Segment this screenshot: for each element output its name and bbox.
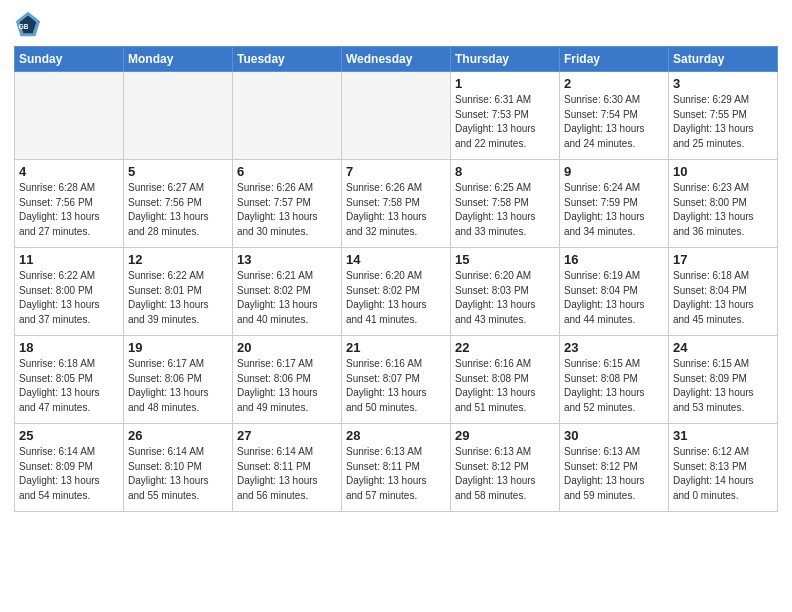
day-info: Sunrise: 6:20 AM Sunset: 8:02 PM Dayligh… [346,269,446,327]
day-info: Sunrise: 6:14 AM Sunset: 8:09 PM Dayligh… [19,445,119,503]
calendar-table: SundayMondayTuesdayWednesdayThursdayFrid… [14,46,778,512]
day-info: Sunrise: 6:24 AM Sunset: 7:59 PM Dayligh… [564,181,664,239]
day-number: 22 [455,340,555,355]
calendar-cell: 23Sunrise: 6:15 AM Sunset: 8:08 PM Dayli… [560,336,669,424]
calendar-cell: 7Sunrise: 6:26 AM Sunset: 7:58 PM Daylig… [342,160,451,248]
page: GB SundayMondayTuesdayWednesdayThursdayF… [0,0,792,612]
day-number: 10 [673,164,773,179]
weekday-header: Monday [124,47,233,72]
day-number: 25 [19,428,119,443]
day-info: Sunrise: 6:12 AM Sunset: 8:13 PM Dayligh… [673,445,773,503]
logo: GB [14,10,46,38]
calendar-cell [15,72,124,160]
day-number: 31 [673,428,773,443]
day-info: Sunrise: 6:19 AM Sunset: 8:04 PM Dayligh… [564,269,664,327]
day-number: 26 [128,428,228,443]
calendar-cell: 6Sunrise: 6:26 AM Sunset: 7:57 PM Daylig… [233,160,342,248]
day-info: Sunrise: 6:28 AM Sunset: 7:56 PM Dayligh… [19,181,119,239]
weekday-header: Saturday [669,47,778,72]
day-info: Sunrise: 6:23 AM Sunset: 8:00 PM Dayligh… [673,181,773,239]
calendar-cell: 11Sunrise: 6:22 AM Sunset: 8:00 PM Dayli… [15,248,124,336]
calendar-week-row: 25Sunrise: 6:14 AM Sunset: 8:09 PM Dayli… [15,424,778,512]
day-info: Sunrise: 6:20 AM Sunset: 8:03 PM Dayligh… [455,269,555,327]
day-info: Sunrise: 6:25 AM Sunset: 7:58 PM Dayligh… [455,181,555,239]
day-info: Sunrise: 6:13 AM Sunset: 8:12 PM Dayligh… [564,445,664,503]
calendar-cell: 24Sunrise: 6:15 AM Sunset: 8:09 PM Dayli… [669,336,778,424]
weekday-header: Thursday [451,47,560,72]
day-number: 2 [564,76,664,91]
calendar-cell: 26Sunrise: 6:14 AM Sunset: 8:10 PM Dayli… [124,424,233,512]
calendar-cell: 8Sunrise: 6:25 AM Sunset: 7:58 PM Daylig… [451,160,560,248]
day-number: 13 [237,252,337,267]
day-info: Sunrise: 6:14 AM Sunset: 8:10 PM Dayligh… [128,445,228,503]
calendar-week-row: 1Sunrise: 6:31 AM Sunset: 7:53 PM Daylig… [15,72,778,160]
day-number: 30 [564,428,664,443]
day-info: Sunrise: 6:14 AM Sunset: 8:11 PM Dayligh… [237,445,337,503]
day-info: Sunrise: 6:26 AM Sunset: 7:58 PM Dayligh… [346,181,446,239]
calendar-cell [342,72,451,160]
day-number: 20 [237,340,337,355]
calendar-cell: 10Sunrise: 6:23 AM Sunset: 8:00 PM Dayli… [669,160,778,248]
calendar-week-row: 18Sunrise: 6:18 AM Sunset: 8:05 PM Dayli… [15,336,778,424]
calendar-week-row: 11Sunrise: 6:22 AM Sunset: 8:00 PM Dayli… [15,248,778,336]
day-info: Sunrise: 6:18 AM Sunset: 8:04 PM Dayligh… [673,269,773,327]
calendar-cell: 25Sunrise: 6:14 AM Sunset: 8:09 PM Dayli… [15,424,124,512]
day-info: Sunrise: 6:13 AM Sunset: 8:11 PM Dayligh… [346,445,446,503]
calendar-cell: 9Sunrise: 6:24 AM Sunset: 7:59 PM Daylig… [560,160,669,248]
header: GB [14,10,778,38]
day-info: Sunrise: 6:26 AM Sunset: 7:57 PM Dayligh… [237,181,337,239]
calendar-cell: 13Sunrise: 6:21 AM Sunset: 8:02 PM Dayli… [233,248,342,336]
weekday-header: Wednesday [342,47,451,72]
day-info: Sunrise: 6:21 AM Sunset: 8:02 PM Dayligh… [237,269,337,327]
logo-icon: GB [14,10,42,38]
calendar-cell: 3Sunrise: 6:29 AM Sunset: 7:55 PM Daylig… [669,72,778,160]
calendar-cell: 12Sunrise: 6:22 AM Sunset: 8:01 PM Dayli… [124,248,233,336]
calendar-cell: 22Sunrise: 6:16 AM Sunset: 8:08 PM Dayli… [451,336,560,424]
day-number: 1 [455,76,555,91]
day-info: Sunrise: 6:16 AM Sunset: 8:08 PM Dayligh… [455,357,555,415]
day-number: 28 [346,428,446,443]
day-info: Sunrise: 6:15 AM Sunset: 8:09 PM Dayligh… [673,357,773,415]
calendar-cell: 5Sunrise: 6:27 AM Sunset: 7:56 PM Daylig… [124,160,233,248]
day-info: Sunrise: 6:15 AM Sunset: 8:08 PM Dayligh… [564,357,664,415]
day-info: Sunrise: 6:29 AM Sunset: 7:55 PM Dayligh… [673,93,773,151]
calendar-cell: 20Sunrise: 6:17 AM Sunset: 8:06 PM Dayli… [233,336,342,424]
day-info: Sunrise: 6:16 AM Sunset: 8:07 PM Dayligh… [346,357,446,415]
calendar-cell: 21Sunrise: 6:16 AM Sunset: 8:07 PM Dayli… [342,336,451,424]
calendar-cell: 31Sunrise: 6:12 AM Sunset: 8:13 PM Dayli… [669,424,778,512]
day-info: Sunrise: 6:22 AM Sunset: 8:00 PM Dayligh… [19,269,119,327]
day-number: 27 [237,428,337,443]
day-number: 24 [673,340,773,355]
calendar-cell: 15Sunrise: 6:20 AM Sunset: 8:03 PM Dayli… [451,248,560,336]
day-number: 17 [673,252,773,267]
calendar-cell: 30Sunrise: 6:13 AM Sunset: 8:12 PM Dayli… [560,424,669,512]
day-number: 15 [455,252,555,267]
weekday-header: Tuesday [233,47,342,72]
day-number: 4 [19,164,119,179]
calendar-cell: 27Sunrise: 6:14 AM Sunset: 8:11 PM Dayli… [233,424,342,512]
day-info: Sunrise: 6:17 AM Sunset: 8:06 PM Dayligh… [237,357,337,415]
day-number: 18 [19,340,119,355]
calendar-cell [124,72,233,160]
day-number: 5 [128,164,228,179]
day-number: 23 [564,340,664,355]
calendar-cell: 2Sunrise: 6:30 AM Sunset: 7:54 PM Daylig… [560,72,669,160]
calendar-cell: 28Sunrise: 6:13 AM Sunset: 8:11 PM Dayli… [342,424,451,512]
day-info: Sunrise: 6:17 AM Sunset: 8:06 PM Dayligh… [128,357,228,415]
calendar-cell: 17Sunrise: 6:18 AM Sunset: 8:04 PM Dayli… [669,248,778,336]
day-number: 21 [346,340,446,355]
svg-text:GB: GB [19,23,29,30]
day-number: 7 [346,164,446,179]
day-number: 14 [346,252,446,267]
day-number: 6 [237,164,337,179]
day-number: 3 [673,76,773,91]
day-info: Sunrise: 6:13 AM Sunset: 8:12 PM Dayligh… [455,445,555,503]
day-number: 12 [128,252,228,267]
calendar-cell: 29Sunrise: 6:13 AM Sunset: 8:12 PM Dayli… [451,424,560,512]
day-info: Sunrise: 6:22 AM Sunset: 8:01 PM Dayligh… [128,269,228,327]
day-number: 9 [564,164,664,179]
weekday-header: Friday [560,47,669,72]
calendar-week-row: 4Sunrise: 6:28 AM Sunset: 7:56 PM Daylig… [15,160,778,248]
day-number: 8 [455,164,555,179]
calendar-cell: 16Sunrise: 6:19 AM Sunset: 8:04 PM Dayli… [560,248,669,336]
